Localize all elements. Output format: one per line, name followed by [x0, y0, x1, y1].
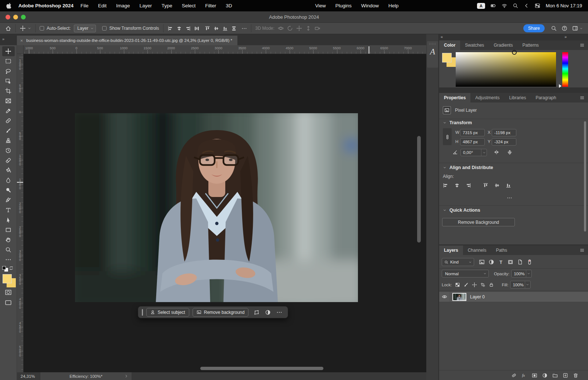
horizontal-scrollbar[interactable] — [200, 367, 323, 370]
chevron-down-icon[interactable] — [526, 270, 531, 277]
new-layer-icon[interactable] — [563, 373, 568, 378]
align-section-header[interactable]: Align and Distribute — [443, 165, 493, 170]
screen-mode-icon[interactable] — [5, 299, 12, 306]
chevron-right-icon[interactable] — [124, 374, 128, 378]
app-menu-title[interactable]: Adobe Photoshop 2024 — [18, 3, 74, 8]
layer-name[interactable]: Layer 0 — [470, 294, 485, 300]
more-align-options-icon[interactable] — [241, 26, 247, 31]
frame-brackets-icon[interactable] — [508, 259, 513, 265]
show-transform-checkbox[interactable] — [102, 26, 107, 31]
lock-brush-icon[interactable] — [463, 282, 469, 287]
rectangle-tool[interactable] — [2, 225, 15, 235]
tab-patterns[interactable]: Patterns — [517, 40, 544, 50]
eyedropper-tool[interactable] — [2, 106, 15, 116]
chevron-down-icon[interactable] — [481, 149, 487, 156]
history-brush-tool[interactable] — [2, 146, 15, 155]
tab-libraries[interactable]: Libraries — [504, 93, 531, 103]
blur-tool[interactable] — [2, 175, 15, 185]
flip-horizontal-icon[interactable] — [494, 149, 499, 155]
align-bottom-icon[interactable] — [222, 26, 228, 31]
width-field[interactable]: 7315 px — [460, 129, 485, 136]
document-tab[interactable]: × business-woman-standing-outside-the-of… — [17, 36, 237, 45]
swap-colors-icon[interactable] — [9, 266, 14, 270]
ellipsis-tool[interactable] — [2, 255, 15, 265]
help-icon[interactable] — [562, 25, 567, 31]
pen-tool[interactable] — [2, 195, 15, 205]
workspace-icon[interactable] — [572, 25, 578, 31]
battery-icon[interactable] — [491, 3, 496, 8]
orbit-3d-icon[interactable] — [278, 25, 284, 31]
quick-actions-header[interactable]: Quick Actions — [443, 208, 480, 213]
color-picker-cursor[interactable] — [512, 50, 517, 55]
slide-3d-icon[interactable] — [305, 25, 311, 31]
hue-slider[interactable] — [562, 52, 568, 87]
image-icon[interactable] — [479, 259, 485, 265]
eraser-tool[interactable] — [2, 155, 15, 165]
x-field[interactable]: -1198 px — [492, 129, 516, 136]
height-field[interactable]: 4867 px — [460, 138, 485, 146]
tab-layers[interactable]: Layers — [439, 245, 463, 255]
drag-3d-icon[interactable] — [296, 25, 302, 31]
align-top-icon[interactable] — [205, 26, 210, 31]
share-button[interactable]: Share — [523, 24, 545, 32]
menu-filter[interactable]: Filter — [200, 3, 221, 8]
chevron-left-icon[interactable] — [524, 3, 529, 8]
camera-3d-icon[interactable] — [315, 25, 320, 31]
ruler-origin-corner[interactable] — [17, 45, 24, 54]
drag-handle[interactable] — [142, 309, 143, 316]
wifi-icon[interactable] — [502, 3, 507, 8]
adjustment-icon[interactable] — [542, 373, 548, 378]
collapse-panels-icon[interactable]: » — [564, 35, 566, 39]
y-field[interactable]: -324 px — [492, 138, 516, 146]
lock-checkerboard-icon[interactable] — [455, 282, 460, 287]
group-folder-icon[interactable] — [552, 373, 558, 378]
hue-slider-marker[interactable] — [559, 84, 562, 88]
input-source-badge[interactable]: A — [477, 3, 485, 9]
fill-field[interactable]: 100% — [510, 281, 530, 288]
tab-color[interactable]: Color — [439, 40, 460, 50]
roll-3d-icon[interactable] — [287, 25, 293, 31]
blend-mode-dropdown[interactable]: Normal — [442, 270, 489, 277]
crop-tool[interactable] — [2, 86, 15, 96]
foreground-color-swatch[interactable] — [3, 274, 12, 283]
panel-scrollbar[interactable] — [584, 121, 586, 232]
auto-select-dropdown[interactable]: Layer — [74, 25, 96, 32]
align-left-icon[interactable] — [443, 183, 448, 188]
lock-move-icon[interactable] — [472, 282, 477, 287]
flip-vertical-icon[interactable] — [507, 149, 513, 155]
zoom-tool[interactable] — [2, 245, 15, 255]
vertical-ruler[interactable]: 1 0 0 05 0 005 0 01 0 0 01 5 0 02 0 0 02… — [17, 54, 24, 372]
default-colors-icon[interactable] — [2, 266, 6, 270]
tab-adjustments[interactable]: Adjustments — [470, 93, 504, 103]
search-icon[interactable] — [513, 3, 518, 8]
zoom-window-button[interactable] — [21, 15, 26, 19]
menu-image[interactable]: Image — [111, 3, 135, 8]
lasso-tool[interactable] — [2, 66, 15, 76]
minimize-window-button[interactable] — [13, 15, 18, 19]
more-align-options-icon[interactable] — [507, 195, 512, 201]
efficiency-indicator[interactable]: Efficiency: 100%* — [40, 372, 132, 380]
align-left-icon[interactable] — [168, 26, 173, 31]
adjustment-icon[interactable] — [488, 259, 494, 265]
tab-properties[interactable]: Properties — [439, 93, 470, 103]
paint-bucket-tool[interactable] — [2, 165, 15, 175]
layer-visibility-icon[interactable] — [439, 294, 450, 300]
home-icon[interactable] — [5, 25, 11, 32]
filter-toggle-icon[interactable] — [527, 259, 533, 265]
control-center-icon[interactable] — [535, 3, 540, 8]
tab-gradients[interactable]: Gradients — [489, 40, 517, 50]
menu-view[interactable]: View — [310, 3, 330, 8]
align-bottom-icon[interactable] — [506, 183, 511, 188]
canvas[interactable]: Select subject Remove background — [24, 54, 426, 372]
character-panel-icon-button[interactable]: A — [427, 41, 438, 68]
link-icon[interactable] — [511, 373, 517, 378]
tab-paragraph[interactable]: Paragraph — [531, 93, 561, 103]
menu-3d[interactable]: 3D — [221, 3, 237, 8]
close-tab-icon[interactable]: × — [20, 38, 23, 43]
type-letter-icon[interactable]: T — [498, 259, 504, 265]
toolbar-collapse-icon[interactable]: » — [2, 37, 4, 41]
align-right-icon[interactable] — [466, 183, 471, 188]
healing-brush-tool[interactable] — [2, 116, 15, 126]
opacity-field[interactable]: 100% — [511, 270, 531, 277]
chevron-down-icon[interactable] — [525, 281, 530, 288]
